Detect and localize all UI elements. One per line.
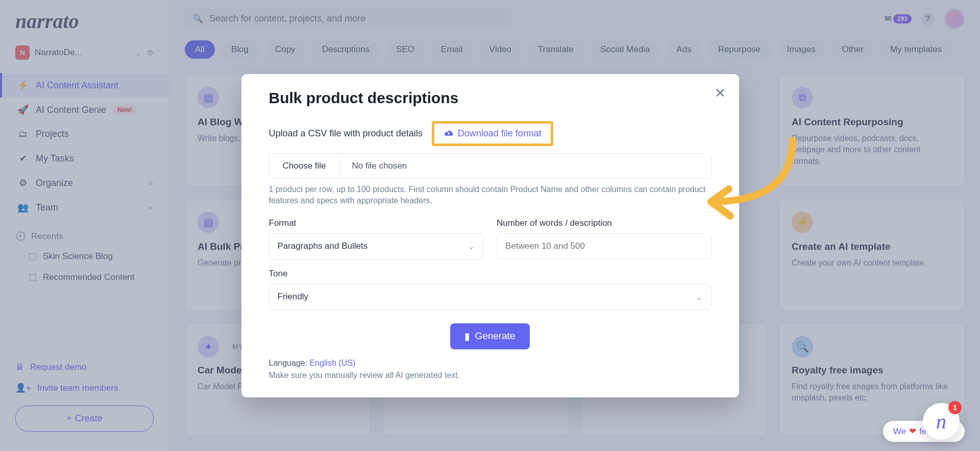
bulk-product-modal: ✕ Bulk product descriptions Upload a CSV… <box>241 74 739 397</box>
tone-field: Tone Friendly ⌄ <box>269 269 712 310</box>
format-value: Paragraphs and Bullets <box>278 241 368 251</box>
tone-value: Friendly <box>278 292 308 302</box>
chevron-down-icon: ⌄ <box>696 292 703 302</box>
language-row: Language: English (US) <box>269 359 712 368</box>
file-status: No file chosen <box>340 154 420 178</box>
close-button[interactable]: ✕ <box>715 85 726 101</box>
chevron-down-icon: ⌄ <box>468 241 475 252</box>
review-note: Make sure you manually review all AI gen… <box>269 371 712 380</box>
modal-title: Bulk product descriptions <box>269 89 712 107</box>
download-link-text: Download file format <box>458 128 542 139</box>
format-field: Format Paragraphs and Bullets ⌄ <box>269 218 484 259</box>
notification-badge: 1 <box>948 401 962 414</box>
generate-button[interactable]: ▮ Generate <box>450 323 529 349</box>
format-select[interactable]: Paragraphs and Bullets ⌄ <box>269 233 484 259</box>
chat-bubble[interactable]: n 1 <box>923 403 960 440</box>
words-field: Number of words / description <box>497 218 712 259</box>
tone-label: Tone <box>269 269 712 279</box>
file-icon: ▮ <box>464 330 470 342</box>
heart-icon: ❤ <box>909 426 916 437</box>
format-label: Format <box>269 218 484 228</box>
words-input[interactable] <box>497 233 712 259</box>
language-link[interactable]: English (US) <box>310 359 356 367</box>
choose-file-button[interactable]: Choose file <box>270 154 340 178</box>
upload-row: Upload a CSV file with product details D… <box>269 121 712 146</box>
words-label: Number of words / description <box>497 218 712 228</box>
cloud-download-icon <box>444 128 454 139</box>
helper-text: 1 product per row, up to 100 products. F… <box>269 184 712 207</box>
tone-select[interactable]: Friendly ⌄ <box>269 284 712 310</box>
chat-glyph: n <box>936 410 946 434</box>
download-format-link[interactable]: Download file format <box>438 125 547 143</box>
modal-overlay: ✕ Bulk product descriptions Upload a CSV… <box>0 0 980 451</box>
upload-label: Upload a CSV file with product details <box>269 128 423 139</box>
generate-label: Generate <box>475 330 515 342</box>
file-chooser: Choose file No file chosen <box>269 153 712 179</box>
highlight-annotation: Download file format <box>432 121 553 146</box>
close-icon: ✕ <box>715 85 726 101</box>
